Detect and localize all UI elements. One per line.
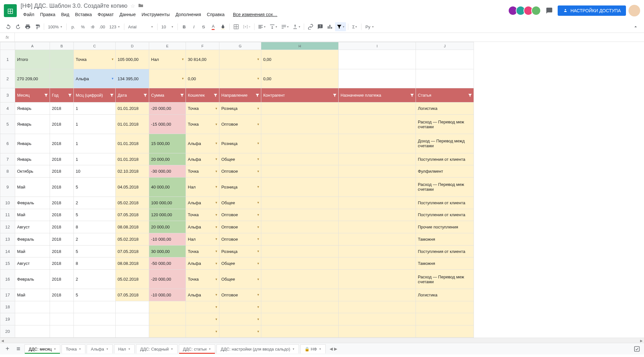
menu-item[interactable]: Правка (37, 11, 58, 18)
filter-header[interactable]: Статья (416, 88, 474, 102)
filter-icon[interactable] (180, 93, 184, 98)
sheet-tab[interactable]: ДДС: месяц▼ (24, 344, 60, 353)
dropdown-icon[interactable]: ▼ (257, 250, 260, 253)
cell[interactable] (149, 325, 186, 338)
cell[interactable]: 1 (74, 115, 116, 134)
cell[interactable]: 134 395,00 (116, 69, 149, 88)
cell[interactable]: 270 209,00 (15, 69, 50, 88)
scroll-tabs-right-icon[interactable]: ▶ (334, 346, 337, 351)
dropdown-icon[interactable]: ▼ (215, 123, 218, 126)
col-header[interactable]: I (339, 42, 416, 50)
cell[interactable]: 8 (74, 257, 116, 270)
chart-button[interactable] (325, 22, 334, 31)
cell[interactable] (261, 245, 339, 257)
cell[interactable]: 2018 (50, 178, 74, 197)
cell[interactable] (339, 102, 416, 115)
cell[interactable]: Оптовое▼ (219, 209, 261, 221)
dropdown-icon[interactable]: ▼ (257, 278, 260, 281)
cell[interactable] (416, 69, 474, 88)
sheet-tab[interactable]: Точка▼ (62, 344, 85, 353)
cell[interactable] (261, 270, 339, 289)
cell[interactable]: 2018 (50, 233, 74, 246)
cell[interactable]: Нал▼ (149, 50, 186, 69)
cell[interactable]: 120 000,00 (149, 209, 186, 221)
tab-dropdown-icon[interactable]: ▼ (171, 348, 173, 351)
paint-format-button[interactable] (33, 22, 42, 31)
cell[interactable] (339, 245, 416, 257)
cell[interactable]: ▼ (186, 313, 219, 325)
dropdown-icon[interactable]: ▼ (257, 77, 260, 80)
cell[interactable]: Октябрь (15, 165, 50, 178)
filter-icon[interactable] (410, 93, 414, 98)
row-header[interactable]: 8 (0, 165, 15, 178)
filter-icon[interactable] (468, 93, 472, 98)
cell[interactable]: 2018 (50, 115, 74, 134)
filter-header[interactable]: Направление (219, 88, 261, 102)
menu-item[interactable]: Дополнения (173, 11, 204, 18)
cell[interactable]: Май (15, 245, 50, 257)
cell[interactable]: 1 (74, 153, 116, 165)
cell[interactable]: 05.02.2018 (116, 270, 149, 289)
cell[interactable]: Август (15, 257, 50, 270)
cell[interactable]: Общее▼ (219, 270, 261, 289)
tab-dropdown-icon[interactable]: ▼ (128, 348, 130, 351)
cell[interactable]: 01.01.2018 (116, 134, 149, 153)
dropdown-icon[interactable]: ▼ (257, 170, 260, 173)
cell[interactable]: Прочие поступления (416, 221, 474, 233)
scroll-tabs-left-icon[interactable]: ◀ (330, 346, 333, 351)
cell[interactable]: Январь (15, 134, 50, 153)
cell[interactable]: Поступления от клиента (416, 209, 474, 221)
all-sheets-button[interactable]: ≡ (14, 344, 23, 354)
filter-header[interactable]: Назначение платежа (339, 88, 416, 102)
row-header[interactable]: 10 (0, 197, 15, 209)
cell[interactable]: Оптовое▼ (219, 165, 261, 178)
cell[interactable]: 02.10.2018 (116, 165, 149, 178)
cell[interactable]: Май (15, 178, 50, 197)
cell[interactable]: 04.05.2018 (116, 178, 149, 197)
cell[interactable]: Оптовое▼ (219, 233, 261, 246)
col-header[interactable]: D (116, 42, 149, 50)
cell[interactable] (261, 289, 339, 301)
row-header[interactable]: 19 (0, 313, 15, 325)
rotate-button[interactable]: ▼ (291, 22, 302, 31)
cell[interactable]: 2018 (50, 221, 74, 233)
cell[interactable] (339, 257, 416, 270)
cell[interactable] (50, 301, 74, 313)
cell[interactable]: 2 (74, 270, 116, 289)
dropdown-icon[interactable]: ▼ (257, 318, 260, 321)
cell[interactable]: Точка▼ (186, 115, 219, 134)
cell[interactable] (15, 301, 50, 313)
cell[interactable]: 100 000,00 (149, 197, 186, 209)
cell[interactable]: Нал▼ (186, 233, 219, 246)
cell[interactable]: Оптовое▼ (219, 115, 261, 134)
cell[interactable]: 2018 (50, 165, 74, 178)
menu-item[interactable]: Вид (59, 11, 72, 18)
dropdown-icon[interactable]: ▼ (257, 293, 260, 296)
row-header[interactable]: 15 (0, 257, 15, 270)
dropdown-icon[interactable]: ▼ (215, 250, 218, 253)
cell[interactable]: -20 000,00 (149, 102, 186, 115)
row-header[interactable]: 14 (0, 245, 15, 257)
row-header[interactable]: 16 (0, 270, 15, 289)
cell[interactable]: 2 (74, 197, 116, 209)
wrap-button[interactable]: ▼ (280, 22, 291, 31)
row-header[interactable]: 13 (0, 233, 15, 246)
cell[interactable]: Альфа▼ (186, 134, 219, 153)
cell[interactable] (261, 301, 339, 313)
col-header[interactable]: A (15, 42, 50, 50)
cell[interactable]: -15 000,00 (149, 115, 186, 134)
cell[interactable]: 10 (74, 165, 116, 178)
halign-button[interactable]: ▼ (256, 22, 267, 31)
cell[interactable]: 5 (74, 209, 116, 221)
menu-item[interactable]: Файл (21, 11, 37, 18)
cell[interactable]: Май (15, 209, 50, 221)
cell[interactable]: 2018 (50, 289, 74, 301)
col-header[interactable]: H (261, 42, 339, 50)
cell[interactable]: ▼ (186, 325, 219, 338)
cell[interactable]: 15 000,00 (149, 134, 186, 153)
cell[interactable]: Точка▼ (74, 50, 116, 69)
input-language[interactable]: Ру▼ (363, 24, 376, 29)
cell[interactable] (339, 69, 416, 88)
cell[interactable]: ▼ (219, 50, 261, 69)
col-header[interactable]: E (149, 42, 186, 50)
